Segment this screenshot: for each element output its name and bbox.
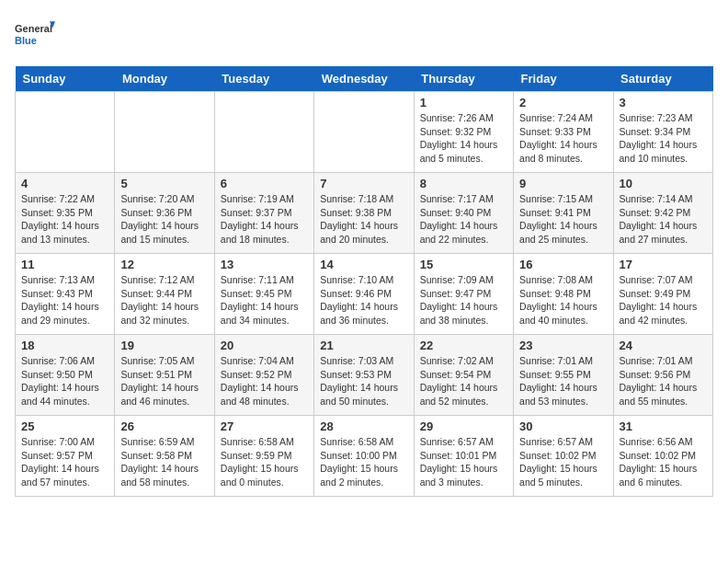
day-number: 3 [620,96,707,109]
calendar-cell: 4Sunrise: 7:22 AM Sunset: 9:35 PM Daylig… [16,173,115,254]
calendar-cell: 14Sunrise: 7:10 AM Sunset: 9:46 PM Dayli… [314,254,414,335]
day-number: 22 [420,339,507,352]
day-info: Sunrise: 6:59 AM Sunset: 9:58 PM Dayligh… [120,435,208,489]
day-number: 9 [519,177,607,190]
column-header-monday: Monday [115,66,214,92]
calendar-header-row: SundayMondayTuesdayWednesdayThursdayFrid… [16,66,713,92]
calendar-cell: 5Sunrise: 7:20 AM Sunset: 9:36 PM Daylig… [115,173,214,254]
calendar-cell: 20Sunrise: 7:04 AM Sunset: 9:52 PM Dayli… [214,335,313,416]
calendar-week-row: 11Sunrise: 7:13 AM Sunset: 9:43 PM Dayli… [16,254,713,335]
day-info: Sunrise: 7:26 AM Sunset: 9:32 PM Dayligh… [420,111,507,166]
calendar-table: SundayMondayTuesdayWednesdayThursdayFrid… [15,66,713,497]
column-header-thursday: Thursday [414,66,513,92]
calendar-week-row: 18Sunrise: 7:06 AM Sunset: 9:50 PM Dayli… [16,335,713,416]
day-number: 15 [420,258,507,271]
day-number: 31 [620,419,707,433]
day-info: Sunrise: 7:10 AM Sunset: 9:46 PM Dayligh… [320,273,407,327]
column-header-sunday: Sunday [16,66,115,92]
day-info: Sunrise: 6:56 AM Sunset: 10:02 PM Daylig… [620,435,707,489]
day-info: Sunrise: 6:58 AM Sunset: 10:00 PM Daylig… [320,435,407,489]
day-number: 30 [519,419,607,433]
calendar-cell: 22Sunrise: 7:02 AM Sunset: 9:54 PM Dayli… [414,335,513,416]
calendar-cell [115,92,214,173]
day-number: 12 [120,258,208,271]
calendar-cell: 13Sunrise: 7:11 AM Sunset: 9:45 PM Dayli… [214,254,313,335]
day-number: 25 [21,419,108,433]
calendar-cell: 25Sunrise: 7:00 AM Sunset: 9:57 PM Dayli… [16,416,115,497]
day-info: Sunrise: 6:57 AM Sunset: 10:01 PM Daylig… [420,435,507,489]
day-info: Sunrise: 7:13 AM Sunset: 9:43 PM Dayligh… [21,273,108,327]
day-number: 5 [120,177,208,190]
day-number: 28 [320,419,407,433]
calendar-cell: 3Sunrise: 7:23 AM Sunset: 9:34 PM Daylig… [613,92,712,173]
calendar-week-row: 25Sunrise: 7:00 AM Sunset: 9:57 PM Dayli… [16,416,713,497]
day-info: Sunrise: 7:08 AM Sunset: 9:48 PM Dayligh… [519,273,607,327]
day-number: 13 [221,258,308,271]
logo-svg: General Blue [15,15,55,55]
day-info: Sunrise: 7:07 AM Sunset: 9:49 PM Dayligh… [620,273,707,327]
day-number: 6 [221,177,308,190]
day-number: 20 [221,339,308,352]
calendar-cell: 23Sunrise: 7:01 AM Sunset: 9:55 PM Dayli… [514,335,613,416]
day-number: 16 [519,258,607,271]
day-number: 4 [21,177,108,190]
calendar-cell: 30Sunrise: 6:57 AM Sunset: 10:02 PM Dayl… [514,416,613,497]
calendar-cell: 8Sunrise: 7:17 AM Sunset: 9:40 PM Daylig… [414,173,513,254]
calendar-cell: 15Sunrise: 7:09 AM Sunset: 9:47 PM Dayli… [414,254,513,335]
day-number: 27 [221,419,308,433]
calendar-cell: 24Sunrise: 7:01 AM Sunset: 9:56 PM Dayli… [613,335,712,416]
calendar-cell: 18Sunrise: 7:06 AM Sunset: 9:50 PM Dayli… [16,335,115,416]
calendar-cell [314,92,414,173]
logo: General Blue [15,15,55,55]
day-number: 11 [21,258,108,271]
day-number: 26 [120,419,208,433]
day-number: 10 [620,177,707,190]
day-info: Sunrise: 7:18 AM Sunset: 9:38 PM Dayligh… [320,192,407,247]
calendar-cell: 31Sunrise: 6:56 AM Sunset: 10:02 PM Dayl… [613,416,712,497]
day-info: Sunrise: 7:24 AM Sunset: 9:33 PM Dayligh… [519,111,607,166]
day-info: Sunrise: 7:14 AM Sunset: 9:42 PM Dayligh… [620,192,707,247]
day-info: Sunrise: 6:57 AM Sunset: 10:02 PM Daylig… [519,435,607,489]
column-header-tuesday: Tuesday [214,66,313,92]
column-header-friday: Friday [514,66,613,92]
calendar-cell [214,92,313,173]
calendar-week-row: 1Sunrise: 7:26 AM Sunset: 9:32 PM Daylig… [16,92,713,173]
svg-text:Blue: Blue [15,35,37,46]
calendar-cell: 1Sunrise: 7:26 AM Sunset: 9:32 PM Daylig… [414,92,513,173]
day-number: 29 [420,419,507,433]
day-number: 17 [620,258,707,271]
day-info: Sunrise: 7:01 AM Sunset: 9:55 PM Dayligh… [519,354,607,408]
day-info: Sunrise: 7:05 AM Sunset: 9:51 PM Dayligh… [120,354,208,408]
page-header: General Blue [15,15,713,55]
calendar-cell: 9Sunrise: 7:15 AM Sunset: 9:41 PM Daylig… [514,173,613,254]
calendar-cell: 11Sunrise: 7:13 AM Sunset: 9:43 PM Dayli… [16,254,115,335]
day-info: Sunrise: 7:02 AM Sunset: 9:54 PM Dayligh… [420,354,507,408]
day-info: Sunrise: 7:22 AM Sunset: 9:35 PM Dayligh… [21,192,108,247]
calendar-cell: 6Sunrise: 7:19 AM Sunset: 9:37 PM Daylig… [214,173,313,254]
day-number: 2 [519,96,607,109]
day-number: 21 [320,339,407,352]
day-number: 14 [320,258,407,271]
calendar-cell: 27Sunrise: 6:58 AM Sunset: 9:59 PM Dayli… [214,416,313,497]
day-info: Sunrise: 7:20 AM Sunset: 9:36 PM Dayligh… [120,192,208,247]
day-info: Sunrise: 7:11 AM Sunset: 9:45 PM Dayligh… [221,273,308,327]
calendar-cell: 16Sunrise: 7:08 AM Sunset: 9:48 PM Dayli… [514,254,613,335]
day-number: 19 [120,339,208,352]
day-info: Sunrise: 7:00 AM Sunset: 9:57 PM Dayligh… [21,435,108,489]
day-info: Sunrise: 7:09 AM Sunset: 9:47 PM Dayligh… [420,273,507,327]
day-info: Sunrise: 7:03 AM Sunset: 9:53 PM Dayligh… [320,354,407,408]
calendar-cell: 12Sunrise: 7:12 AM Sunset: 9:44 PM Dayli… [115,254,214,335]
day-info: Sunrise: 7:12 AM Sunset: 9:44 PM Dayligh… [120,273,208,327]
day-number: 7 [320,177,407,190]
day-info: Sunrise: 6:58 AM Sunset: 9:59 PM Dayligh… [221,435,308,489]
calendar-cell: 2Sunrise: 7:24 AM Sunset: 9:33 PM Daylig… [514,92,613,173]
column-header-saturday: Saturday [613,66,712,92]
calendar-cell: 29Sunrise: 6:57 AM Sunset: 10:01 PM Dayl… [414,416,513,497]
day-number: 23 [519,339,607,352]
calendar-cell: 21Sunrise: 7:03 AM Sunset: 9:53 PM Dayli… [314,335,414,416]
day-info: Sunrise: 7:23 AM Sunset: 9:34 PM Dayligh… [620,111,707,166]
calendar-cell: 10Sunrise: 7:14 AM Sunset: 9:42 PM Dayli… [613,173,712,254]
day-number: 18 [21,339,108,352]
calendar-week-row: 4Sunrise: 7:22 AM Sunset: 9:35 PM Daylig… [16,173,713,254]
day-info: Sunrise: 7:15 AM Sunset: 9:41 PM Dayligh… [519,192,607,247]
